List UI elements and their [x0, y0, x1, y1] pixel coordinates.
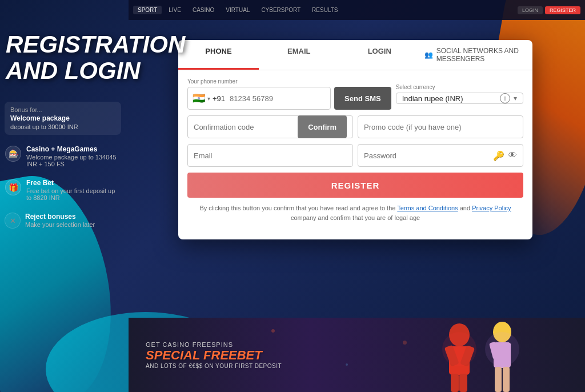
login-btn[interactable]: LOGIN	[518, 6, 543, 14]
email-input-wrap[interactable]	[187, 144, 353, 167]
freebet-title: Free Bet	[26, 179, 121, 187]
confirmation-promo-row: Confirm	[187, 115, 523, 138]
social-label: SOCIAL NETWORKS AND MESSENGERS	[436, 47, 528, 63]
nav-results[interactable]: RESULTS	[307, 6, 342, 14]
bonus-card: Bonus for... Welcome package deposit up …	[5, 102, 121, 135]
dial-code: +91	[213, 94, 225, 103]
terms-link[interactable]: Terms and Conditions	[397, 205, 458, 211]
freebet-desc: Free bet on your first deposit up to 882…	[26, 187, 121, 201]
bonus-welcome: Welcome package	[10, 114, 115, 122]
register-nav-btn[interactable]: REGISTER	[545, 6, 580, 14]
registration-modal: PHONE EMAIL LOGIN 👥 SOCIAL NETWORKS AND …	[178, 40, 532, 239]
password-input-wrap[interactable]: 🔑 👁	[358, 144, 523, 167]
tab-social-networks[interactable]: 👥 SOCIAL NETWORKS AND MESSENGERS	[420, 40, 532, 70]
modal-body: Your phone number 🇮🇳 ▾ +91 Send SMS	[178, 70, 532, 230]
send-sms-button[interactable]: Send SMS	[334, 87, 391, 110]
promo-subtitle: AND LOTS OF €€$$ ON YOUR FIRST DEPOSIT	[146, 363, 282, 369]
phone-label: Your phone number	[187, 78, 391, 85]
confirmation-input[interactable]	[194, 123, 294, 131]
nav-cyber[interactable]: CYBERSPORT	[257, 6, 305, 14]
currency-chevron-icon: ▾	[514, 94, 517, 102]
tab-login[interactable]: LOGIN	[339, 40, 420, 70]
modal-container: PHONE EMAIL LOGIN 👥 SOCIAL NETWORKS AND …	[178, 40, 532, 239]
reject-bonus-item[interactable]: ✕ Reject bonuses Make your selection lat…	[5, 213, 121, 229]
password-key-icon: 🔑	[493, 150, 504, 161]
svg-rect-5	[459, 374, 467, 392]
flag-chevron-icon: ▾	[207, 95, 210, 102]
casino-title: Casino + MegaGames	[26, 145, 121, 153]
currency-group: Select currency Indian rupee (INR) i ▾	[396, 84, 523, 104]
confirmation-input-wrap[interactable]: Confirm	[187, 115, 353, 138]
phone-input[interactable]	[230, 94, 326, 103]
flag-india-icon: 🇮🇳	[193, 92, 205, 105]
svg-point-13	[485, 332, 519, 366]
bonus-item-casino[interactable]: 🎰 Casino + MegaGames Welcome package up …	[5, 145, 121, 167]
characters-svg	[414, 318, 539, 392]
nav-casino[interactable]: CASINO	[188, 6, 219, 14]
confirm-button[interactable]: Confirm	[298, 115, 347, 138]
promo-get-text: GET CASINO FREESPINS	[146, 341, 282, 348]
info-icon[interactable]: i	[500, 93, 510, 103]
bonus-item-freebet[interactable]: 🎁 Free Bet Free bet on your first deposi…	[5, 179, 121, 201]
svg-rect-11	[503, 367, 510, 392]
promo-characters	[414, 318, 539, 392]
nav-live[interactable]: LIVE	[164, 6, 186, 14]
reject-desc: Make your selection later	[25, 221, 121, 228]
promo-text: GET CASINO FREESPINS SPECIAL FREEBET AND…	[146, 341, 282, 369]
bonus-amount: deposit up to 30000 INR	[10, 123, 115, 130]
phone-group: Your phone number 🇮🇳 ▾ +91 Send SMS	[187, 78, 391, 110]
nav-bar: SPORT LIVE CASINO VIRTUAL CYBERSPORT RES…	[129, 0, 585, 20]
disclaimer-text: By clicking this button you confirm that…	[187, 203, 523, 222]
password-eye-icon[interactable]: 👁	[508, 150, 517, 161]
sidebar: Bonus for... Welcome package deposit up …	[0, 0, 126, 392]
password-input[interactable]	[364, 151, 490, 160]
promo-input-wrap[interactable]	[358, 115, 523, 138]
promo-input[interactable]	[364, 123, 517, 131]
nav-sport[interactable]: SPORT	[133, 6, 162, 14]
bonus-header: Bonus for...	[10, 106, 115, 113]
casino-desc: Welcome package up to 134045 INR + 150 F…	[26, 154, 121, 167]
modal-tabs: PHONE EMAIL LOGIN 👥 SOCIAL NETWORKS AND …	[178, 40, 532, 70]
social-icon: 👥	[424, 51, 433, 59]
svg-rect-10	[495, 367, 502, 392]
casino-icon: 🎰	[5, 145, 22, 162]
tab-email[interactable]: EMAIL	[259, 40, 339, 70]
register-button[interactable]: REGISTER	[187, 173, 523, 198]
promo-title: SPECIAL FREEBET	[146, 348, 282, 363]
currency-select-wrap[interactable]: Indian rupee (INR) i ▾	[396, 93, 523, 104]
reject-icon: ✕	[5, 213, 21, 229]
promo-banner: GET CASINO FREESPINS SPECIAL FREEBET AND…	[129, 318, 585, 392]
phone-input-wrap[interactable]: 🇮🇳 ▾ +91	[187, 87, 331, 110]
svg-rect-4	[451, 374, 459, 392]
currency-value: Indian rupee (INR)	[402, 94, 496, 103]
reject-title: Reject bonuses	[25, 213, 121, 221]
currency-label: Select currency	[396, 84, 523, 90]
email-password-row: 🔑 👁	[187, 144, 523, 167]
phone-currency-row: Your phone number 🇮🇳 ▾ +91 Send SMS	[187, 78, 523, 110]
freebet-icon: 🎁	[5, 179, 22, 196]
nav-virtual[interactable]: VIRTUAL	[221, 6, 254, 14]
tab-phone[interactable]: PHONE	[178, 40, 259, 70]
svg-point-12	[442, 332, 476, 366]
privacy-link[interactable]: Privacy Policy	[472, 205, 511, 211]
email-input[interactable]	[194, 151, 347, 160]
phone-input-row: 🇮🇳 ▾ +91 Send SMS	[187, 87, 391, 110]
